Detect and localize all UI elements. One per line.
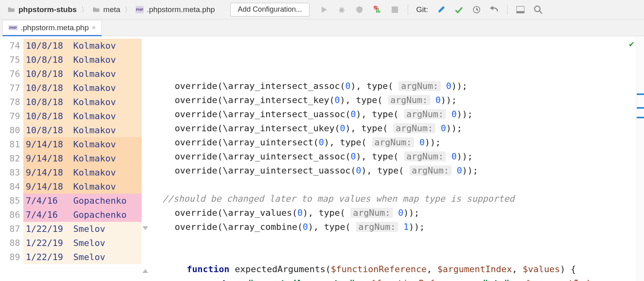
annotate-row[interactable]: 7/4/16Gopachenko <box>23 208 142 222</box>
annotate-date: 10/8/18 <box>26 81 73 95</box>
stop-icon[interactable] <box>390 5 400 14</box>
code-line[interactable]: override(\array_intersect_uassoc(0), typ… <box>151 107 644 121</box>
breadcrumb-project[interactable]: phpstorm-stubs <box>4 4 80 15</box>
code-line[interactable]: return "expectedArguments " . $functionR… <box>151 276 644 281</box>
rail-marker <box>637 93 644 95</box>
annotate-author: Kolmakov <box>73 123 116 137</box>
fold-gutter[interactable] <box>142 36 151 281</box>
line-number: 86 <box>0 208 23 222</box>
annotate-date: 10/8/18 <box>26 95 73 109</box>
code-line[interactable]: override(\array_intersect_ukey(0), type(… <box>151 121 644 135</box>
line-number-gutter: 74757677787980818283848586878889 <box>0 36 23 281</box>
line-number: 87 <box>0 222 23 236</box>
annotate-author: Kolmakov <box>73 109 116 123</box>
fold-expand-icon[interactable] <box>142 265 149 271</box>
annotate-row[interactable]: 10/8/18Kolmakov <box>23 123 142 137</box>
annotate-date: 7/4/16 <box>26 194 73 208</box>
annotate-row[interactable]: 10/8/18Kolmakov <box>23 109 142 123</box>
separator <box>408 4 408 15</box>
svg-rect-6 <box>392 6 398 13</box>
line-number: 84 <box>0 180 23 194</box>
code-line[interactable]: //should be changed later to map values … <box>151 192 644 206</box>
annotate-row[interactable]: 1/22/19Smelov <box>23 236 142 250</box>
code-line[interactable]: override(\array_intersect_key(0), type( … <box>151 93 644 107</box>
annotate-author: Kolmakov <box>73 95 116 109</box>
annotate-row[interactable]: 1/22/19Smelov <box>23 250 142 264</box>
breadcrumb-label: phpstorm-stubs <box>19 5 77 14</box>
history-icon[interactable] <box>472 5 481 14</box>
update-icon[interactable] <box>436 5 446 14</box>
code-line[interactable] <box>151 178 644 192</box>
code-line[interactable]: function expectedArguments($functionRefe… <box>151 262 644 276</box>
git-label: Git: <box>416 5 428 14</box>
annotate-row[interactable]: 10/8/18Kolmakov <box>23 95 142 109</box>
annotate-author: Smelov <box>73 250 105 264</box>
annotate-author: Gopachenko <box>73 194 126 208</box>
annotate-author: Kolmakov <box>73 165 116 180</box>
line-number: 79 <box>0 109 23 123</box>
annotate-row[interactable]: 10/8/18Kolmakov <box>23 67 142 81</box>
code-line[interactable] <box>151 234 644 248</box>
line-number: 75 <box>0 53 23 67</box>
code-line[interactable]: override(\array_uintersect_uassoc(0), ty… <box>151 163 644 178</box>
code-line[interactable]: override(\array_values(0), type( argNum:… <box>151 206 644 220</box>
run-toolbar: Git: <box>319 4 543 15</box>
profile-icon[interactable] <box>372 5 382 14</box>
annotate-author: Kolmakov <box>73 151 116 165</box>
code-area[interactable]: ✔ override(\array_intersect_assoc(0), ty… <box>151 36 644 281</box>
line-number: 81 <box>0 137 23 151</box>
line-number: 88 <box>0 236 23 250</box>
annotate-row[interactable]: 10/8/18Kolmakov <box>23 39 142 53</box>
annotate-row[interactable]: 10/8/18Kolmakov <box>23 81 142 95</box>
code-line[interactable] <box>151 248 644 262</box>
inspection-ok-icon[interactable]: ✔ <box>629 39 634 49</box>
debug-icon[interactable] <box>337 5 347 14</box>
annotate-author: Kolmakov <box>73 137 116 151</box>
add-configuration-button[interactable]: Add Configuration... <box>230 3 310 17</box>
run-icon[interactable] <box>319 5 329 14</box>
php-file-icon: PHP <box>136 6 144 13</box>
toolbar: phpstorm-stubs 〉 meta 〉 PHP .phpstorm.me… <box>0 0 644 19</box>
annotate-author: Kolmakov <box>73 39 116 53</box>
search-icon[interactable] <box>533 5 543 14</box>
line-number: 80 <box>0 123 23 137</box>
annotate-date: 9/14/18 <box>26 165 73 180</box>
annotate-author: Kolmakov <box>73 180 116 194</box>
annotate-row[interactable]: 9/14/18Kolmakov <box>23 151 142 165</box>
annotate-author: Smelov <box>73 236 105 250</box>
code-line[interactable]: override(\array_uintersect(0), type( arg… <box>151 135 644 149</box>
commit-icon[interactable] <box>454 5 464 14</box>
code-line[interactable]: override(\array_intersect_assoc(0), type… <box>151 79 644 93</box>
line-number: 83 <box>0 165 23 180</box>
coverage-icon[interactable] <box>355 5 364 14</box>
chevron-icon: 〉 <box>80 5 89 14</box>
code-line[interactable]: override(\array_combine(0), type( argNum… <box>151 220 644 234</box>
annotate-date: 10/8/18 <box>26 39 73 53</box>
annotate-row[interactable]: 1/22/19Smelov <box>23 222 142 236</box>
annotate-row[interactable]: 9/14/18Kolmakov <box>23 180 142 194</box>
breadcrumb-folder[interactable]: meta <box>89 4 124 15</box>
rail-marker <box>637 117 644 118</box>
annotate-row[interactable]: 10/8/18Kolmakov <box>23 53 142 67</box>
separator <box>507 4 508 15</box>
svg-rect-9 <box>516 11 524 13</box>
breadcrumb-file[interactable]: PHP .phpstorm.meta.php <box>132 4 218 15</box>
annotate-row[interactable]: 9/14/18Kolmakov <box>23 137 142 151</box>
annotate-row[interactable]: 9/14/18Kolmakov <box>23 165 142 180</box>
fold-collapse-icon[interactable] <box>142 224 149 230</box>
layout-icon[interactable] <box>516 5 525 14</box>
code-line[interactable]: override(\array_uintersect_assoc(0), typ… <box>151 149 644 163</box>
annotate-date: 10/8/18 <box>26 123 73 137</box>
line-number: 77 <box>0 81 23 95</box>
editor-tab[interactable]: PHP .phpstorm.meta.php × <box>2 20 102 36</box>
annotate-row[interactable]: 7/4/16Gopachenko <box>23 194 142 208</box>
revert-icon[interactable] <box>489 5 499 14</box>
scrollbar[interactable] <box>636 36 644 281</box>
close-icon[interactable]: × <box>92 24 96 31</box>
breadcrumb-label: meta <box>103 5 120 14</box>
annotate-author: Smelov <box>73 222 105 236</box>
vcs-annotate-gutter[interactable]: 10/8/18Kolmakov10/8/18Kolmakov10/8/18Kol… <box>23 36 142 281</box>
line-number: 74 <box>0 39 23 53</box>
svg-rect-2 <box>378 8 379 12</box>
annotate-date: 9/14/18 <box>26 180 73 194</box>
